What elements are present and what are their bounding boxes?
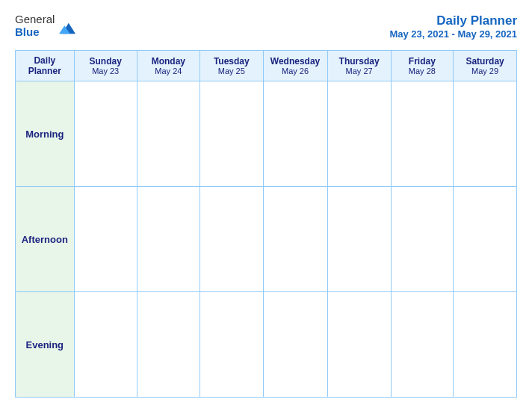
cell-evening-monday[interactable]: [137, 292, 200, 398]
cell-morning-monday[interactable]: [137, 81, 200, 187]
header-day-thursday: ThursdayMay 27: [327, 51, 391, 81]
cell-morning-friday[interactable]: [391, 81, 454, 187]
logo-general: General: [15, 13, 55, 26]
row-label-evening: Evening: [16, 292, 75, 398]
page-header: General Blue Daily Planner May 23, 2021 …: [15, 13, 517, 40]
row-afternoon: Afternoon: [16, 187, 517, 292]
cell-evening-tuesday[interactable]: [200, 292, 264, 398]
cell-evening-thursday[interactable]: [327, 292, 391, 398]
page-title: Daily Planner: [389, 13, 517, 28]
cell-evening-saturday[interactable]: [454, 292, 517, 398]
cell-afternoon-tuesday[interactable]: [200, 187, 264, 292]
row-label-afternoon: Afternoon: [16, 187, 75, 292]
cell-evening-wednesday[interactable]: [263, 292, 327, 398]
cell-morning-saturday[interactable]: [454, 81, 517, 187]
header-day-saturday: SaturdayMay 29: [454, 51, 517, 81]
cell-afternoon-friday[interactable]: [391, 187, 454, 292]
header-daily-planner-label: Daily Planner: [19, 55, 71, 76]
row-label-morning: Morning: [16, 81, 75, 187]
planner-table: Daily Planner SundayMay 23MondayMay 24Tu…: [15, 50, 517, 398]
cell-evening-sunday[interactable]: [74, 292, 137, 398]
header-day-monday: MondayMay 24: [137, 51, 200, 81]
cell-afternoon-saturday[interactable]: [454, 187, 517, 292]
title-area: Daily Planner May 23, 2021 - May 29, 202…: [389, 13, 517, 40]
header-day-tuesday: TuesdayMay 25: [200, 51, 264, 81]
cell-morning-thursday[interactable]: [327, 81, 391, 187]
logo: General Blue: [15, 13, 75, 38]
header-label-col: Daily Planner: [16, 51, 75, 81]
header-day-wednesday: WednesdayMay 26: [263, 51, 327, 81]
logo-blue: Blue: [15, 26, 55, 39]
row-morning: Morning: [16, 81, 517, 187]
cell-afternoon-thursday[interactable]: [327, 187, 391, 292]
logo-icon: [59, 20, 75, 37]
date-range: May 23, 2021 - May 29, 2021: [389, 28, 517, 40]
cell-morning-sunday[interactable]: [74, 81, 137, 187]
cell-morning-tuesday[interactable]: [200, 81, 264, 187]
cell-evening-friday[interactable]: [391, 292, 454, 398]
row-evening: Evening: [16, 292, 517, 398]
cell-morning-wednesday[interactable]: [263, 81, 327, 187]
header-day-friday: FridayMay 28: [391, 51, 454, 81]
cell-afternoon-monday[interactable]: [137, 187, 200, 292]
planner-body: MorningAfternoonEvening: [16, 81, 517, 398]
cell-afternoon-wednesday[interactable]: [263, 187, 327, 292]
cell-afternoon-sunday[interactable]: [74, 187, 137, 292]
header-day-sunday: SundayMay 23: [74, 51, 137, 81]
header-row: Daily Planner SundayMay 23MondayMay 24Tu…: [16, 51, 517, 81]
